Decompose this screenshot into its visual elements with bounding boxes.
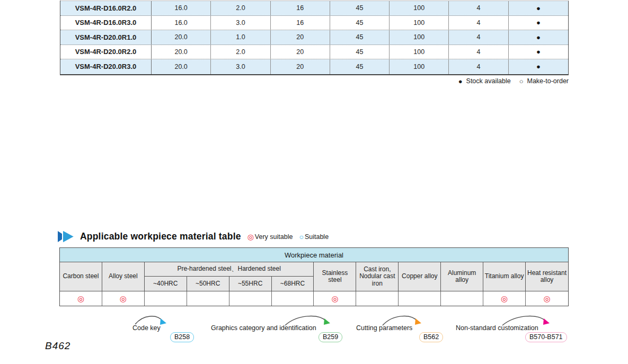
suitability-cell [272,291,314,306]
table-row: VSM-4R-D16.0R2.0 16.0 2.0 16 45 100 4 ● [60,1,568,16]
stock-available-legend: ● Stock available [458,77,511,85]
workpiece-material-table: Workpiece material Carbon steel Alloy st… [59,247,569,306]
suitability-cell: ◎ [60,291,102,306]
cell: 20.0 [152,59,211,74]
cell: 16 [271,1,330,15]
stock-available-dot: ● [509,30,568,45]
very-suitable-label: Very suitable [255,233,293,241]
page-link-b259[interactable]: B259 [319,332,342,342]
cell: 20 [271,30,330,45]
column-header-55hrc: ~55HRC [229,277,272,291]
material-column-headers: Carbon steel Alloy steel Pre-hardened st… [60,262,568,291]
cell: 16.0 [152,16,211,30]
section-header: Applicable workpiece material table ◎ Ve… [57,230,329,243]
suitability-cell: ◎ [526,291,568,306]
page-link-b562[interactable]: B562 [419,332,443,342]
cell: 45 [330,16,390,30]
circle-icon: ○ [299,233,303,241]
cell: 4 [449,30,508,45]
cell: 100 [390,45,449,59]
suitability-cell: ◎ [483,291,526,306]
cell: 45 [330,30,390,45]
cell: 100 [390,1,449,15]
very-suitable-legend: ◎ Very suitable [247,233,293,241]
column-header-cast-iron: Cast iron, Nodular cast iron [356,262,399,291]
column-header-copper-alloy: Copper alloy [399,262,441,291]
stock-available-dot: ● [509,1,568,15]
column-header-alloy-steel: Alloy steel [102,262,145,291]
cell: 3.0 [211,16,270,30]
stock-available-dot: ● [509,16,568,30]
filled-circle-icon: ● [458,78,463,85]
cell: 16.0 [152,1,211,15]
cell: 16 [271,16,330,30]
column-header-50hrc: ~50HRC [187,277,229,291]
suitability-cell [356,291,399,306]
column-group-hardened-steel: Pre-hardened steel、Hardened steel [145,262,314,277]
cell: 20 [271,59,330,74]
table-row: VSM-4R-D16.0R3.0 16.0 3.0 16 45 100 4 ● [60,16,568,31]
stock-available-dot: ● [509,45,568,59]
table-row: VSM-4R-D20.0R3.0 20.0 3.0 20 45 100 4 ● [60,59,568,74]
column-header-stainless-steel: Stainless steel [314,262,356,291]
cell: 2.0 [211,1,270,15]
model-cell: VSM-4R-D20.0R1.0 [60,30,152,45]
cell: 100 [390,30,449,45]
open-circle-icon: ○ [519,78,524,85]
suitable-legend: ○ Suitable [299,233,329,241]
stock-available-dot: ● [509,59,568,74]
column-header-aluminum-alloy: Aluminum alloy [441,262,483,291]
bullseye-icon: ◎ [247,233,254,241]
curved-arrow-icon [500,314,551,331]
suitability-cell [399,291,441,306]
table-row: VSM-4R-D20.0R1.0 20.0 1.0 20 45 100 4 ● [60,30,568,45]
cell: 2.0 [211,45,270,59]
cell: 4 [449,16,508,30]
cell: 20 [271,45,330,59]
section-title: Applicable workpiece material table [80,231,241,242]
curved-arrow-icon [381,314,423,331]
cell: 100 [390,59,449,74]
cell: 20.0 [152,45,211,59]
column-header-carbon-steel: Carbon steel [60,262,102,291]
model-cell: VSM-4R-D16.0R3.0 [60,16,152,30]
curved-arrow-icon [134,314,169,331]
column-header-68hrc: ~68HRC [272,277,314,291]
model-cell: VSM-4R-D20.0R3.0 [60,59,152,74]
column-header-titanium-alloy: Titanium alloy [483,262,526,291]
make-to-order-legend: ○ Make-to-order [519,77,569,85]
cell: 4 [449,45,508,59]
curved-arrow-icon [283,314,332,331]
table-row: VSM-4R-D20.0R2.0 20.0 2.0 20 45 100 4 ● [60,45,568,60]
suitability-row: ◎ ◎ ◎ ◎ ◎ [60,291,568,306]
suitability-legend: ◎ Very suitable ○ Suitable [247,233,329,241]
product-table: VSM-4R-D16.0R2.0 16.0 2.0 16 45 100 4 ● … [60,1,569,75]
double-arrow-icon [57,230,75,243]
column-header-heat-resistant-alloy: Heat resistant alloy [526,262,568,291]
catalog-page: VSM-4R-D16.0R2.0 16.0 2.0 16 45 100 4 ● … [0,0,628,364]
stock-available-label: Stock available [466,77,511,85]
model-cell: VSM-4R-D20.0R2.0 [60,45,152,59]
cell: 4 [449,59,508,74]
make-to-order-label: Make-to-order [527,77,569,85]
column-header-40hrc: ~40HRC [145,277,187,291]
cell: 45 [330,45,390,59]
cell: 3.0 [211,59,270,74]
cell: 45 [330,1,390,15]
page-link-b570-b571[interactable]: B570-B571 [525,332,567,342]
cell: 100 [390,16,449,30]
cell: 20.0 [152,30,211,45]
page-link-b258[interactable]: B258 [170,332,194,342]
suitability-cell [229,291,272,306]
suitability-cell: ◎ [102,291,145,306]
cell: 1.0 [211,30,270,45]
suitability-cell: ◎ [314,291,356,306]
suitability-cell [145,291,187,306]
page-number: B462 [45,340,70,352]
suitable-label: Suitable [305,233,329,241]
stock-legend: ● Stock available ○ Make-to-order [458,77,569,85]
suitability-cell [441,291,483,306]
suitability-cell [187,291,229,306]
cell: 4 [449,1,508,15]
workpiece-material-header: Workpiece material [60,248,568,262]
